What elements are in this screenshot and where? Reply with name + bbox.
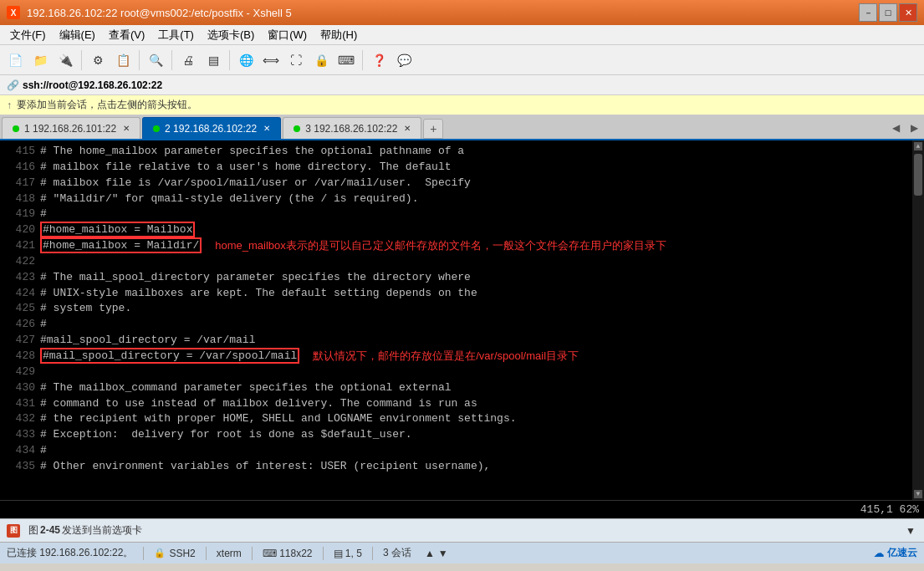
bottom-expand-button[interactable]: ▼	[906, 525, 917, 537]
menu-file[interactable]: 文件(F)	[3, 26, 53, 44]
close-button[interactable]: ✕	[899, 3, 917, 22]
highlight-box-421: #home_mailbox = Maildir/	[40, 237, 202, 253]
fullscreen-button[interactable]: ⛶	[284, 48, 308, 72]
keyboard-button[interactable]: ⌨	[334, 48, 358, 72]
chat-button[interactable]: 💬	[392, 48, 416, 72]
line-num-433: 433	[5, 427, 35, 443]
select-button[interactable]: ▤	[202, 48, 225, 72]
line-num-425: 425	[5, 301, 35, 317]
line-num-430: 430	[5, 380, 35, 396]
ssh-icon: 🔗	[7, 79, 19, 91]
lock-icon: 🔒	[154, 548, 166, 558]
toolbar: 📄 📁 🔌 ⚙ 📋 🔍 🖨 ▤ 🌐 ⟺ ⛶ 🔒 ⌨ ❓ 💬	[0, 45, 924, 75]
new-button[interactable]: 📄	[3, 48, 27, 72]
open-button[interactable]: 📁	[28, 48, 52, 72]
line-num-428: 428	[5, 349, 35, 365]
line-num-415: 415	[5, 144, 35, 160]
tab-2[interactable]: 2 192.168.26.102:22 ✕	[142, 117, 281, 139]
terminal-line-426: 426 #	[5, 317, 919, 333]
menu-edit[interactable]: 编辑(E)	[53, 26, 102, 44]
window-title: 192.168.26.102:22 root@vms002:/etc/postf…	[27, 7, 859, 19]
minimize-button[interactable]: －	[859, 3, 877, 22]
menubar: 文件(F) 编辑(E) 查看(V) 工具(T) 选项卡(B) 窗口(W) 帮助(…	[0, 25, 924, 45]
line-content-425: # system type.	[40, 301, 131, 317]
print-button[interactable]: 🖨	[176, 48, 200, 72]
tab-2-dot	[153, 125, 160, 132]
menu-window[interactable]: 窗口(W)	[261, 26, 314, 44]
ssh-label: SSH2	[169, 548, 195, 559]
lock-button[interactable]: 🔒	[309, 48, 333, 72]
line-num-421: 421	[5, 238, 35, 254]
session-prev-button[interactable]: ▲	[425, 548, 435, 559]
line-content-427: #mail_spool_directory = /var/mail	[40, 333, 255, 349]
line-num-422: 422	[5, 254, 35, 270]
line-num-435: 435	[5, 459, 35, 475]
tab-2-close[interactable]: ✕	[263, 124, 270, 133]
status-sep-4	[323, 547, 324, 560]
window-controls: － □ ✕	[859, 3, 917, 22]
terminal-line-422: 422	[5, 254, 919, 270]
tab-next-button[interactable]: ▶	[906, 117, 922, 139]
help-button[interactable]: ❓	[367, 48, 391, 72]
scrollbar[interactable]: ▲ ▼	[912, 140, 924, 500]
line-num-426: 426	[5, 317, 35, 333]
connection-status: 已连接 192.168.26.102:22。	[7, 546, 133, 560]
menu-tabs[interactable]: 选项卡(B)	[201, 26, 261, 44]
menu-help[interactable]: 帮助(H)	[314, 26, 364, 44]
toolbar-sep-1	[81, 50, 82, 70]
scroll-thumb[interactable]	[914, 154, 922, 196]
copy-button[interactable]: 📋	[111, 48, 135, 72]
annotation-421: home_mailbox表示的是可以自己定义邮件存放的文件名，一般这个文件会存在…	[215, 238, 666, 254]
terminal-line-416: 416 # mailbox file relative to a user's …	[5, 160, 919, 176]
terminal-line-432: 432 # the recipient with proper HOME, SH…	[5, 411, 919, 427]
info-icon: ↑	[7, 99, 12, 111]
tab-1[interactable]: 1 192.168.26.101:22 ✕	[2, 117, 140, 139]
line-num-418: 418	[5, 191, 35, 207]
scroll-up-button[interactable]: ▲	[914, 142, 922, 150]
terminal-line-418: 418 # "Maildir/" for qmail-style deliver…	[5, 191, 919, 207]
yuncloud: ☁ 亿速云	[874, 546, 917, 560]
addressbar: 🔗 ssh://root@192.168.26.102:22	[0, 75, 924, 95]
terminal-line-425: 425 # system type.	[5, 301, 919, 317]
maximize-button[interactable]: □	[879, 3, 897, 22]
terminal-line-424: 424 # UNIX-style mailboxes are kept. The…	[5, 286, 919, 302]
line-num-424: 424	[5, 286, 35, 302]
tab-1-close[interactable]: ✕	[123, 124, 130, 133]
menu-view[interactable]: 查看(V)	[102, 26, 151, 44]
terminal-line-420: 420 #home_mailbox = Mailbox	[5, 222, 919, 238]
menu-tools[interactable]: 工具(T)	[151, 26, 201, 44]
line-num-419: 419	[5, 206, 35, 222]
tab-add-button[interactable]: +	[423, 119, 443, 139]
terminal-line-435: 435 # Other environment variables of int…	[5, 459, 919, 475]
tab-3-close[interactable]: ✕	[404, 124, 411, 133]
search-button[interactable]: 🔍	[144, 48, 167, 72]
bottom-infobar: 图 图2-45发送到当前选项卡 ▼	[0, 518, 924, 542]
line-num-420: 420	[5, 222, 35, 238]
tab-prev-button[interactable]: ◀	[887, 117, 904, 139]
terminal-line-430: 430 # The mailbox_command parameter spec…	[5, 380, 919, 396]
line-content-430: # The mailbox_command parameter specifie…	[40, 380, 451, 396]
settings-button[interactable]: ⚙	[86, 48, 110, 72]
line-num-417: 417	[5, 176, 35, 191]
status-sep-1	[143, 547, 144, 560]
line-content-416: # mailbox file relative to a user's home…	[40, 160, 451, 176]
line-num-416: 416	[5, 160, 35, 176]
tab-3[interactable]: 3 192.168.26.102:22 ✕	[283, 117, 421, 139]
terminal-line-417: 417 # mailbox file is /var/spool/mail/us…	[5, 176, 919, 191]
transfer-button[interactable]: ⟺	[259, 48, 283, 72]
tab-3-label: 3 192.168.26.102:22	[305, 123, 397, 135]
connect-button[interactable]: 🔌	[54, 48, 77, 72]
terminal-line-415: 415 # The home_mailbox parameter specifi…	[5, 144, 919, 160]
terminal-line-428: 428 #mail_spool_directory = /var/spool/m…	[5, 349, 919, 365]
line-num-429: 429	[5, 365, 35, 380]
line-num-434: 434	[5, 443, 35, 459]
terminal-line-429: 429	[5, 365, 919, 380]
line-content-420: #home_mailbox = Mailbox	[40, 222, 195, 238]
scroll-down-button[interactable]: ▼	[914, 490, 922, 498]
globe-button[interactable]: 🌐	[234, 48, 258, 72]
terminal[interactable]: ▲ ▼ 415 # The home_mailbox parameter spe…	[0, 140, 924, 500]
terminal-status-text: 415,1 62%	[860, 503, 919, 516]
app-icon: X	[7, 6, 20, 19]
session-next-button[interactable]: ▼	[438, 548, 448, 559]
terminal-line-434: 434 #	[5, 443, 919, 459]
